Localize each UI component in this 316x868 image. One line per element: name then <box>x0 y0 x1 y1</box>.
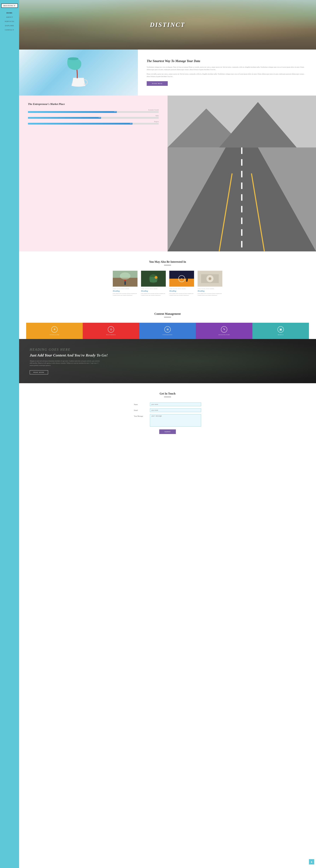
know-more-button[interactable]: Know More <box>147 81 168 86</box>
svg-point-12 <box>120 273 131 280</box>
journalism-icon: ✈ <box>51 326 58 333</box>
progress-bg-2: 56% <box>28 117 159 119</box>
email-row: Email <box>134 408 201 412</box>
cm-tabs: ✈ JOURNALISM ⊙ MULTIMEDIA ⊕ TYPOGRAPHY ✎… <box>26 323 309 339</box>
card-svg-4 <box>198 271 222 287</box>
smart-para1: Vestibulum volutpat nec eros ut aliquam.… <box>147 66 307 71</box>
teapot-visual <box>19 50 138 96</box>
progress-pct-1: 68% <box>114 111 116 112</box>
card-desc-4: Class aptent taciti sociosqu ad litora t… <box>198 292 222 296</box>
interested-section: You May Also Be Interested In ADD YOUR T… <box>19 251 316 303</box>
card-desc-3: Class aptent taciti sociosqu ad litora t… <box>169 292 194 296</box>
card-heading-3[interactable]: Heading <box>169 290 194 292</box>
road-svg <box>168 96 316 251</box>
card-svg-3 <box>169 271 194 287</box>
smart-content: The Smartest Way To Manage Your Data Ves… <box>138 50 316 96</box>
main-nav: HOME ABOUT SERVICES EXPLORE CONTACT <box>0 12 19 31</box>
card-image-2 <box>141 271 166 287</box>
card-add-4: ADD YOUR TEXT HERE <box>198 288 222 289</box>
contact-form: Name Email Your Message Submit <box>134 403 201 434</box>
entrepreneur-image <box>168 96 316 251</box>
card-svg-1 <box>113 271 138 287</box>
nav-services[interactable]: SERVICES <box>5 21 14 22</box>
interested-heading: You May Also Be Interested In <box>26 260 309 264</box>
road-visual <box>168 96 316 251</box>
card-desc-2: Class aptent taciti sociosqu ad litora t… <box>141 292 166 296</box>
progress-pct-3: 80% <box>130 123 132 124</box>
card-heading-4[interactable]: Heading <box>198 290 222 292</box>
cm-tab-architecture[interactable]: ✎ ARCHITECTURE <box>196 323 252 339</box>
email-label: Email <box>134 408 150 411</box>
svg-rect-14 <box>125 281 126 285</box>
svg-rect-20 <box>169 279 194 287</box>
entrepreneur-heading: The Entrepreneur's Market Place <box>28 103 159 105</box>
card-image-4 <box>198 271 222 287</box>
progress-economic: Economic Growth 68% <box>28 109 159 113</box>
name-label: Name <box>134 403 150 405</box>
cm-tab-multimedia[interactable]: ⊙ MULTIMEDIA <box>83 323 139 339</box>
card-item-1: ADD YOUR TEXT HERE Heading Class aptent … <box>113 271 138 296</box>
svg-point-13 <box>124 280 126 281</box>
nav-home[interactable]: HOME <box>6 12 13 14</box>
card-item-3: ADD YOUR TEXT HERE Heading Class aptent … <box>169 271 194 296</box>
cm-tab-label-5: MOBILE <box>278 334 284 336</box>
site-logo[interactable]: DISTINCT <box>1 4 18 8</box>
hero-title: DISTINCT <box>150 21 185 29</box>
nav-about[interactable]: ABOUT <box>6 16 13 18</box>
entrepreneur-section: The Entrepreneur's Market Place Economic… <box>19 96 316 251</box>
cm-tab-mobile[interactable]: ▣ MOBILE <box>252 323 309 339</box>
cta-section: HEADING GOES HERE Just Add Your Content … <box>19 339 316 383</box>
card-add-2: ADD YOUR TEXT HERE <box>141 288 166 289</box>
card-add-1: ADD YOUR TEXT HERE <box>113 288 138 289</box>
svg-point-22 <box>181 278 182 279</box>
progress-fill-3: 80% <box>28 123 133 125</box>
nav-contact[interactable]: CONTACT <box>5 29 14 31</box>
progress-fill-2: 56% <box>28 117 101 119</box>
cm-divider <box>164 317 171 317</box>
svg-point-1 <box>68 57 78 60</box>
card-desc-1: Class aptent taciti sociosqu ad litora t… <box>113 292 138 296</box>
hero-section: DISTINCT <box>19 0 316 50</box>
message-textarea[interactable] <box>150 414 201 427</box>
progress-label-3: Projects <box>28 121 159 122</box>
svg-point-23 <box>186 277 188 279</box>
nav-explore[interactable]: EXPLORE <box>5 25 14 27</box>
smart-heading: The Smartest Way To Manage Your Data <box>147 59 307 63</box>
contact-heading: Get In Touch <box>26 392 309 395</box>
progress-label-2: Skills <box>28 115 159 117</box>
name-row: Name <box>134 403 201 406</box>
progress-pct-2: 56% <box>99 117 101 118</box>
cm-tab-label-1: JOURNALISM <box>50 334 59 336</box>
progress-bg-3: 80% <box>28 123 159 125</box>
progress-skills: Skills 56% <box>28 115 159 119</box>
card-image-1 <box>113 271 138 287</box>
email-input[interactable] <box>150 408 201 412</box>
submit-button[interactable]: Submit <box>159 429 176 434</box>
contact-divider <box>164 397 171 397</box>
smart-image <box>19 50 138 96</box>
contact-section: Get In Touch Name Email Your Message Sub… <box>19 383 316 443</box>
main-content: DISTINCT The Smart <box>19 0 316 443</box>
cm-tab-typography[interactable]: ⊕ TYPOGRAPHY <box>139 323 196 339</box>
progress-fill-1: 68% <box>28 111 117 113</box>
typography-icon: ⊕ <box>164 326 171 333</box>
cm-tab-journalism[interactable]: ✈ JOURNALISM <box>26 323 83 339</box>
svg-point-27 <box>209 277 211 280</box>
cm-tab-label-3: TYPOGRAPHY <box>163 334 173 336</box>
name-input[interactable] <box>150 403 201 406</box>
smart-section: The Smartest Way To Manage Your Data Ves… <box>19 50 316 96</box>
mobile-icon: ▣ <box>278 326 284 333</box>
card-heading-2[interactable]: Heading <box>141 290 166 292</box>
progress-projects: Projects 80% <box>28 121 159 125</box>
architecture-icon: ✎ <box>221 326 227 333</box>
svg-point-18 <box>155 276 157 279</box>
card-heading-1[interactable]: Heading <box>113 290 138 292</box>
smart-para2: Donec mi nulla, auctor nec sem a, ornare… <box>147 73 307 78</box>
card-svg-2 <box>141 271 166 287</box>
content-management-section: Content Management ✈ JOURNALISM ⊙ MULTIM… <box>19 303 316 339</box>
progress-label-1: Economic Growth <box>28 109 159 111</box>
cm-tab-label-2: MULTIMEDIA <box>106 334 116 336</box>
svg-rect-19 <box>169 271 194 279</box>
card-image-3 <box>169 271 194 287</box>
message-row: Your Message <box>134 414 201 427</box>
